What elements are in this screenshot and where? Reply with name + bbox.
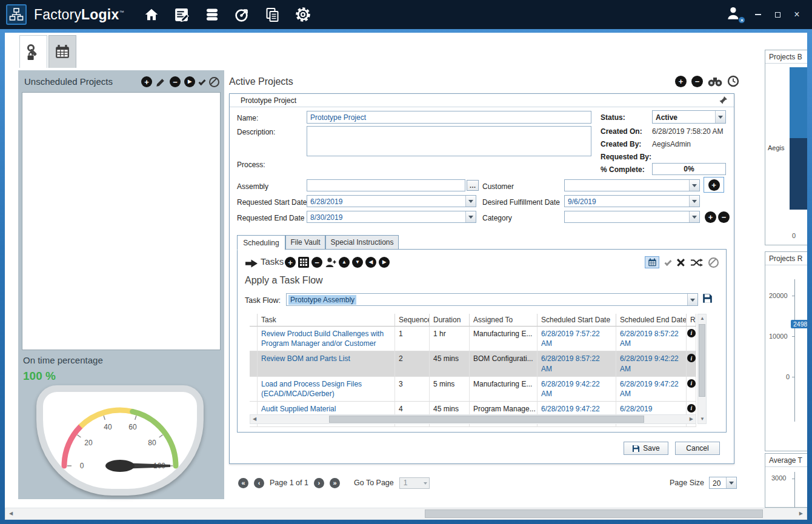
col-task[interactable]: Task [258,314,395,327]
scroll-down-icon[interactable]: ▼ [700,417,705,422]
move-task-left-icon[interactable]: ◀ [365,257,376,268]
page-size-select[interactable]: 20 [709,477,737,489]
remove-category-icon[interactable]: − [718,211,730,223]
col-end-date[interactable]: Scheduled End Date [616,314,687,327]
next-page-button[interactable]: › [314,478,324,488]
info-icon[interactable]: i [687,404,696,413]
task-row[interactable]: Load and Process Design Files (ECAD/MCAD… [250,377,696,402]
status-select[interactable]: Active [652,110,726,124]
add-project-icon[interactable]: + [141,76,152,87]
requested-end-select[interactable]: 8/30/2019 [307,211,476,223]
tab-scheduling-view[interactable] [48,35,76,68]
col-sequence[interactable]: Sequence [395,314,430,327]
pin-icon[interactable] [719,96,728,104]
requested-start-select[interactable]: 6/28/2019 [307,195,476,207]
category-arrow[interactable] [689,211,699,222]
add-category-icon[interactable]: + [705,211,716,223]
goto-page-input[interactable]: 1 [399,477,430,489]
col-assigned-to[interactable]: Assigned To [470,314,537,327]
task-row[interactable]: Review Product Build Challenges with Pro… [250,327,696,351]
status-dropdown-arrow[interactable] [715,111,725,123]
nav-home-button[interactable] [139,2,164,27]
col-start-date[interactable]: Scheduled Start Date [537,314,616,327]
requested-start-label: Requested Start Date [237,198,307,207]
gauge-tick-60: 60 [128,423,137,431]
task-row-selected[interactable]: Review BOM and Parts List 2 45 mins BOM … [250,351,696,376]
assembly-field[interactable] [307,179,465,191]
user-session-button[interactable] [726,5,744,24]
add-active-project-icon[interactable]: + [675,76,687,87]
move-task-right-icon[interactable]: ▶ [379,257,390,268]
edit-pencil-icon[interactable] [156,77,166,87]
start-project-icon[interactable]: ▶ [184,76,195,87]
scroll-left-icon[interactable]: ◀ [9,511,13,516]
minimize-button[interactable] [753,9,764,20]
tab-scheduling[interactable]: Scheduling [237,235,285,250]
clock-icon[interactable] [727,75,739,87]
task-flow-select[interactable]: Prototype Assembly [286,293,698,306]
nav-production-button[interactable] [230,2,255,27]
fulfillment-select[interactable]: 9/6/2019 [564,195,700,207]
scroll-right-icon[interactable]: ▶ [690,417,693,422]
save-button[interactable]: Save [624,442,668,455]
save-task-flow-icon[interactable] [702,293,713,303]
main-hscroll-thumb[interactable] [425,509,763,518]
description-field[interactable] [307,126,591,156]
schedule-calendar-button[interactable] [645,256,659,268]
scroll-right-icon[interactable]: ▶ [799,511,803,516]
unscheduled-projects-list[interactable] [22,92,221,350]
assembly-browse-button[interactable]: … [467,180,479,191]
add-customer-button[interactable]: + [704,177,724,193]
move-task-down-icon[interactable]: ▼ [352,257,363,268]
table-vscroll-thumb[interactable] [699,324,705,397]
task-flow-arrow[interactable] [687,294,697,305]
assign-person-icon[interactable] [325,257,336,268]
customer-dropdown-arrow[interactable] [689,180,699,191]
edit-task-grid-icon[interactable] [298,257,309,268]
table-vscrollbar[interactable]: ▲ ▼ [697,314,707,424]
col-duration[interactable]: Duration [430,314,470,327]
name-field[interactable] [307,111,591,124]
requested-end-arrow[interactable] [465,211,476,222]
requested-start-arrow[interactable] [465,196,476,207]
nav-settings-button[interactable] [290,2,316,27]
complete-check-icon[interactable] [198,78,205,85]
info-icon[interactable]: i [687,354,696,362]
cancel-button[interactable]: Cancel [675,442,720,455]
scroll-left-icon[interactable]: ◀ [253,417,256,422]
col-clipped[interactable]: R [687,314,696,327]
remove-active-project-icon[interactable]: − [691,76,703,87]
tab-project-tools[interactable] [19,35,47,68]
cancel-slash-icon[interactable] [209,77,219,87]
remove-task-icon[interactable]: − [311,257,322,268]
reject-schedule-icon[interactable] [677,259,685,267]
nav-planning-button[interactable] [169,2,195,27]
table-hscrollbar[interactable]: ◀ ▶ [250,414,696,424]
main-hscrollbar[interactable]: ◀ ▶ [5,508,807,520]
info-icon[interactable]: i [687,329,696,337]
accept-schedule-icon[interactable] [664,259,671,266]
maximize-button[interactable] [772,9,783,20]
info-icon[interactable]: i [687,379,696,388]
clear-schedule-icon[interactable] [708,257,719,268]
move-task-up-icon[interactable]: ▲ [339,257,350,268]
nav-documents-button[interactable] [260,2,285,27]
binoculars-icon[interactable] [708,76,722,87]
bar-series-light [790,67,807,138]
fulfillment-arrow[interactable] [689,196,699,207]
table-hscroll-thumb[interactable] [329,416,644,423]
tab-file-vault[interactable]: File Vault [285,235,325,250]
nav-materials-button[interactable] [199,2,225,27]
scroll-up-icon[interactable]: ▲ [700,316,705,321]
page-size-arrow[interactable] [726,477,736,488]
category-select[interactable] [564,211,700,223]
close-button[interactable]: × [791,9,802,20]
shuffle-icon[interactable] [690,258,703,267]
last-page-button[interactable]: » [330,478,340,488]
first-page-button[interactable]: « [238,478,248,488]
remove-project-icon[interactable]: − [170,76,181,87]
tab-special-instructions[interactable]: Special Instructions [325,235,399,250]
add-task-icon[interactable]: + [285,257,296,268]
customer-select[interactable] [564,179,700,191]
prev-page-button[interactable]: ‹ [254,478,264,488]
